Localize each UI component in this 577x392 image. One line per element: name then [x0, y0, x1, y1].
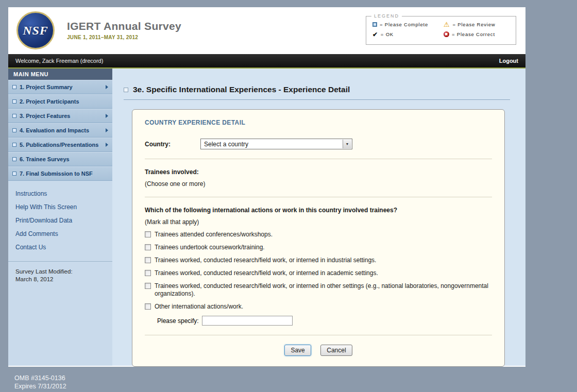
- chevron-right-icon: [106, 85, 108, 89]
- sidebar-item-label: 4. Evaluation and Impacts: [20, 127, 104, 133]
- last-modified-date: March 8, 2012: [15, 276, 105, 283]
- checkbox-label: Other international actions/work.: [155, 303, 243, 311]
- chevron-down-icon[interactable]: ▼: [343, 140, 351, 148]
- link-help-with-this-screen[interactable]: Help With This Screen: [8, 200, 112, 214]
- legend-item-please-correct: ✖ = Please Correct: [444, 31, 511, 37]
- welcome-bar: Welcome, Zack Freeman (drecord) Logout: [8, 54, 525, 69]
- save-button[interactable]: Save: [284, 345, 311, 356]
- omb-footer: OMB #3145-0136 Expires 7/31/2012: [14, 374, 66, 390]
- sidebar-item-project-features[interactable]: 3. Project Features: [8, 109, 112, 123]
- omb-expires: Expires 7/31/2012: [14, 382, 66, 390]
- checkbox-row-other-settings: Trainees worked, conducted research/fiel…: [145, 282, 492, 298]
- sidebar-item-label: 6. Trainee Surveys: [20, 156, 108, 162]
- legend-box: LEGEND = Please Complete ⚠ = Please Revi…: [366, 16, 516, 45]
- please-complete-icon: [12, 85, 16, 89]
- sidebar-item-label: 7. Final Submission to NSF: [20, 171, 108, 177]
- trainees-involved-label: Trainees involved:: [145, 168, 492, 176]
- sidebar-item-label: 5. Publications/Presentations: [20, 142, 104, 148]
- link-instructions[interactable]: Instructions: [8, 187, 112, 200]
- sidebar-item-trainee-surveys[interactable]: 6. Trainee Surveys: [8, 152, 112, 166]
- please-complete-icon: [372, 22, 377, 27]
- sidebar-item-evaluation-impacts[interactable]: 4. Evaluation and Impacts: [8, 123, 112, 138]
- actions-question: Which of the following international act…: [145, 207, 492, 214]
- survey-last-modified: Survey Last Modified: March 8, 2012: [8, 268, 112, 283]
- sidebar-item-label: 1. Project Summary: [20, 84, 104, 90]
- sidebar-divider: [8, 261, 112, 262]
- sidebar-item-project-summary[interactable]: 1. Project Summary: [8, 80, 112, 94]
- chevron-right-icon: [106, 143, 108, 147]
- page-title-row: 3e. Specific International Experiences -…: [124, 85, 525, 94]
- section-divider: [145, 335, 492, 335]
- legend-label: = Please Review: [452, 22, 495, 27]
- country-label: Country:: [145, 141, 200, 148]
- sidebar: MAIN MENU 1. Project Summary 2. Project …: [8, 69, 112, 366]
- title-block: IGERT Annual Survey JUNE 1, 2011–MAY 31,…: [67, 20, 181, 40]
- nsf-logo-text: NSF: [23, 24, 48, 38]
- legend-grid: = Please Complete ⚠ = Please Review ✔ = …: [372, 22, 511, 37]
- legend-caption: LEGEND: [371, 13, 402, 19]
- please-specify-label: Please specify:: [157, 317, 199, 325]
- content-area: 3e. Specific International Experiences -…: [112, 69, 525, 366]
- checkbox-other-actions[interactable]: [145, 303, 151, 310]
- page-title: 3e. Specific International Experiences -…: [133, 85, 350, 94]
- checkbox-academic-settings[interactable]: [145, 270, 151, 276]
- welcome-text: Welcome, Zack Freeman (drecord): [15, 58, 103, 64]
- section-divider: [145, 159, 492, 159]
- sidebar-item-label: 2. Project Participants: [20, 98, 108, 105]
- chevron-right-icon: [106, 114, 108, 118]
- please-complete-icon: [124, 88, 128, 92]
- checkbox-conferences[interactable]: [145, 231, 151, 237]
- checkbox-row-industrial: Trainees worked, conducted research/fiel…: [145, 257, 492, 264]
- omb-number: OMB #3145-0136: [14, 374, 66, 382]
- panel-heading: COUNTRY EXPERIENCE DETAIL: [145, 119, 492, 126]
- sidebar-item-project-participants[interactable]: 2. Project Participants: [8, 94, 112, 109]
- body-row: MAIN MENU 1. Project Summary 2. Project …: [8, 69, 525, 366]
- link-contact-us[interactable]: Contact Us: [8, 241, 112, 254]
- nsf-logo: NSF: [16, 11, 55, 49]
- checkbox-label: Trainees attended conferences/workshops.: [155, 231, 273, 238]
- checkbox-coursework[interactable]: [145, 244, 151, 250]
- section-divider: [145, 197, 492, 197]
- actions-question-hint: (Mark all that apply): [145, 218, 492, 226]
- survey-page: NSF IGERT Annual Survey JUNE 1, 2011–MAY…: [8, 7, 525, 367]
- checkbox-industrial-settings[interactable]: [145, 257, 151, 263]
- country-select-value: Select a country: [201, 139, 352, 148]
- country-experience-panel: COUNTRY EXPERIENCE DETAIL Country: Selec…: [132, 109, 505, 367]
- trainees-involved-hint: (Choose one or more): [145, 180, 492, 188]
- link-add-comments[interactable]: Add Comments: [8, 227, 112, 241]
- link-print-download-data[interactable]: Print/Download Data: [8, 214, 112, 227]
- title-rule: [124, 99, 510, 100]
- sidebar-item-label: 3. Project Features: [20, 113, 104, 119]
- logout-link[interactable]: Logout: [499, 58, 518, 64]
- please-complete-icon: [12, 172, 16, 176]
- please-complete-icon: [12, 99, 16, 104]
- warning-triangle-icon: ⚠: [444, 22, 450, 27]
- red-x-circle-icon: ✖: [444, 31, 449, 37]
- last-modified-label: Survey Last Modified:: [15, 268, 105, 276]
- country-row: Country: Select a country ▼: [145, 139, 492, 149]
- app-title: IGERT Annual Survey: [67, 20, 181, 32]
- please-complete-icon: [12, 157, 16, 161]
- sidebar-item-publications-presentations[interactable]: 5. Publications/Presentations: [8, 138, 112, 152]
- please-specify-row: Please specify:: [157, 316, 492, 326]
- please-complete-icon: [12, 114, 16, 118]
- chevron-right-icon: [106, 128, 108, 132]
- cancel-button[interactable]: Cancel: [320, 345, 352, 356]
- checkbox-row-conferences: Trainees attended conferences/workshops.: [145, 231, 492, 238]
- checkbox-row-other-actions: Other international actions/work.: [145, 303, 492, 311]
- please-specify-input[interactable]: [202, 316, 293, 326]
- checkbox-row-academic: Trainees worked, conducted research/fiel…: [145, 269, 492, 277]
- checkbox-other-settings[interactable]: [145, 283, 151, 289]
- checkbox-label: Trainees worked, conducted research/fiel…: [155, 282, 492, 298]
- sidebar-item-final-submission[interactable]: 7. Final Submission to NSF: [8, 166, 112, 181]
- checkbox-label: Trainees worked, conducted research/fiel…: [155, 269, 378, 277]
- please-complete-icon: [12, 128, 16, 132]
- checkbox-label: Trainees worked, conducted research/fiel…: [155, 257, 376, 264]
- legend-item-ok: ✔ = OK: [372, 31, 444, 37]
- legend-item-please-review: ⚠ = Please Review: [444, 22, 511, 27]
- legend-label: = Please Correct: [452, 31, 495, 37]
- checkbox-label: Trainees undertook coursework/training.: [155, 244, 265, 251]
- country-select[interactable]: Select a country ▼: [200, 139, 352, 149]
- legend-label: = Please Complete: [380, 22, 428, 27]
- page-header: NSF IGERT Annual Survey JUNE 1, 2011–MAY…: [8, 7, 525, 54]
